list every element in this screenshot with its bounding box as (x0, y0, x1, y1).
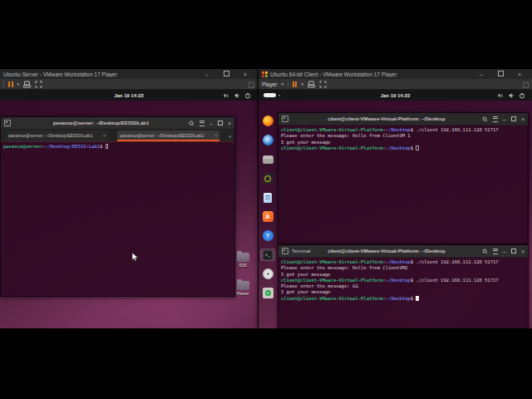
suspend-vm-icon[interactable] (293, 81, 298, 87)
player-menu-caret-icon[interactable]: ▾ (281, 82, 283, 86)
terminal-text: I got your message (281, 272, 331, 277)
menu-icon[interactable] (493, 249, 498, 254)
terminal-headerbar[interactable]: client@client-VMware-Virtual-Platform: ~… (278, 113, 528, 126)
tab-close-icon[interactable]: × (214, 133, 218, 138)
terminal-line: Please enter the message: GG (281, 283, 528, 289)
minimize-icon[interactable]: – (209, 121, 213, 126)
clock[interactable]: Jan 19 14:22 (114, 93, 144, 98)
volume-icon (508, 92, 515, 99)
app-center-dock-item[interactable]: A (260, 210, 275, 223)
terminal-tab[interactable]: pavance@server: ~/Desktop/EE533/Lab1× (6, 131, 108, 141)
terminal-cursor (416, 296, 419, 301)
terminal-text: ~/Desktop (386, 145, 411, 150)
maximize-icon[interactable] (220, 71, 232, 77)
terminal-icon: >_ (263, 249, 273, 260)
ctrl-alt-del-icon[interactable] (23, 81, 31, 88)
new-tab-icon[interactable] (282, 116, 288, 122)
search-icon[interactable] (482, 116, 488, 122)
terminal-text: Please enter the message: Hello from Cli… (281, 265, 407, 270)
new-tab-icon[interactable] (282, 248, 288, 254)
screen: Ubuntu Server - VMware Workstation 17 Pl… (0, 0, 532, 399)
maximize-icon[interactable] (218, 121, 223, 126)
maximize-icon[interactable] (511, 116, 516, 121)
desktop-folder-ee533[interactable]: 533 (232, 253, 254, 268)
terminal-text: I got your message (281, 289, 331, 294)
files-dock-item[interactable] (260, 153, 275, 165)
desktop-icon-label: 533 (232, 263, 254, 268)
minimize-icon[interactable]: – (201, 71, 213, 77)
fullscreen-icon[interactable] (35, 81, 42, 88)
suspend-dropdown-icon[interactable]: ▾ (301, 82, 303, 86)
suspend-vm-icon[interactable] (8, 81, 13, 87)
terminal-output[interactable]: client@client-VMware-Virtual-Platform:~/… (278, 126, 528, 244)
terminal-title: client@client-VMware-Virtual-Platform: ~… (303, 116, 470, 121)
window-titlebar[interactable]: Ubuntu 64-bit Client - VMware Workstatio… (259, 69, 532, 79)
terminal-text: ./client 192.168.111.128 51717 (416, 278, 498, 283)
tab-list-dropdown-icon[interactable]: ▾ (229, 134, 231, 139)
help-dock-item[interactable]: ? (260, 229, 275, 242)
terminal-tab[interactable]: pavance@server: ~/Desktop/EE533/Lab1× (117, 131, 219, 141)
thunderbird-icon (263, 135, 273, 145)
terminal-headerbar[interactable]: pavance@server: ~/Desktop/EE533/Lab1 – × (1, 117, 234, 130)
activities-caret-icon: ▾ (278, 93, 280, 97)
terminal-tab-label: pavance@server: ~/Desktop/EE533/Lab1 (120, 133, 213, 138)
suspend-dropdown-icon[interactable]: ▾ (17, 82, 20, 86)
terminal-line: I got your message (281, 272, 528, 278)
vmware-window-server: Ubuntu Server - VMware Workstation 17 Pl… (0, 69, 258, 328)
activities-pill[interactable] (264, 93, 276, 97)
new-tab-icon[interactable] (4, 120, 11, 126)
gnome-topbar: ▾ Jan 19 14:22 (259, 90, 532, 101)
terminal-text: $ (100, 144, 106, 149)
terminal-text: Please enter the message: Hello from Cli… (281, 133, 411, 138)
mouse-cursor (131, 252, 139, 262)
fullscreen-icon[interactable] (319, 81, 327, 88)
vm-screen-client: ▾ Jan 19 14:22 (259, 90, 532, 328)
clock[interactable]: Jan 19 14:22 (381, 93, 411, 98)
terminal-tab-label: pavance@server: ~/Desktop/EE533/Lab1 (8, 133, 101, 138)
terminal-output[interactable]: pavance@server:~/Desktop/EE533/Lab1$ (1, 142, 234, 296)
terminal-line: pavance@server:~/Desktop/EE533/Lab1$ (3, 144, 234, 150)
terminal-line: client@client-VMware-Virtual-Platform:~/… (281, 145, 528, 151)
terminal-title: client@client-VMware-Virtual-Platform: ~… (303, 249, 470, 254)
disc-dock-item[interactable] (260, 268, 275, 280)
terminal-headerbar[interactable]: Terminal client@client-VMware-Virtual-Pl… (278, 245, 528, 258)
software-install-dock-item[interactable] (260, 287, 275, 299)
thunderbird-dock-item[interactable] (260, 134, 275, 146)
menu-icon[interactable] (493, 116, 498, 122)
terminal-line: I got your message (281, 140, 528, 145)
minimize-icon[interactable]: – (503, 249, 506, 254)
terminal-line: Please enter the message: Hello from Cli… (281, 133, 528, 139)
terminal-text: ~/Desktop (386, 127, 411, 132)
terminal-dock-item[interactable]: >_ (260, 249, 275, 261)
close-icon[interactable]: × (521, 116, 525, 122)
window-titlebar[interactable]: Ubuntu Server - VMware Workstation 17 Pl… (0, 69, 258, 79)
terminal-cursor (106, 144, 109, 149)
menu-icon[interactable] (200, 121, 204, 126)
desktop-folder-home[interactable]: Home (232, 281, 254, 296)
network-icon (223, 92, 229, 99)
player-menu[interactable]: Player (262, 81, 277, 87)
tab-close-icon[interactable]: × (103, 133, 106, 138)
close-icon[interactable]: × (228, 121, 231, 126)
ctrl-alt-del-icon[interactable] (308, 81, 315, 88)
libreoffice-writer-dock-item[interactable] (260, 191, 275, 204)
terminal-title: pavance@server: ~/Desktop/EE533/Lab1 (26, 121, 176, 126)
close-icon[interactable]: × (521, 249, 525, 254)
maximize-icon[interactable] (511, 249, 516, 254)
firefox-dock-item[interactable] (260, 115, 275, 127)
desktop-wallpaper: A?>_ client@client-VMware-Virtual-Platfo… (259, 101, 532, 328)
terminal-text: ~/Desktop (386, 278, 411, 283)
libreoffice-writer-icon (264, 193, 272, 203)
terminal-text: ./client 192.168.111.128 51717 (416, 259, 498, 264)
minimize-icon[interactable]: – (503, 116, 506, 122)
rhythmbox-dock-item[interactable] (260, 172, 275, 185)
terminal-text: client@client-VMware-Virtual-Platform (281, 127, 383, 132)
power-icon (519, 92, 525, 99)
terminal-output[interactable]: client@client-VMware-Virtual-Platform:~/… (278, 258, 528, 328)
terminal-text: ~/Desktop (386, 259, 411, 264)
maximize-icon[interactable] (495, 71, 506, 77)
search-icon[interactable] (482, 249, 488, 254)
minimize-icon[interactable]: – (475, 71, 487, 77)
search-icon[interactable] (189, 121, 195, 126)
terminal-text: client@client-VMware-Virtual-Platform (281, 259, 383, 264)
